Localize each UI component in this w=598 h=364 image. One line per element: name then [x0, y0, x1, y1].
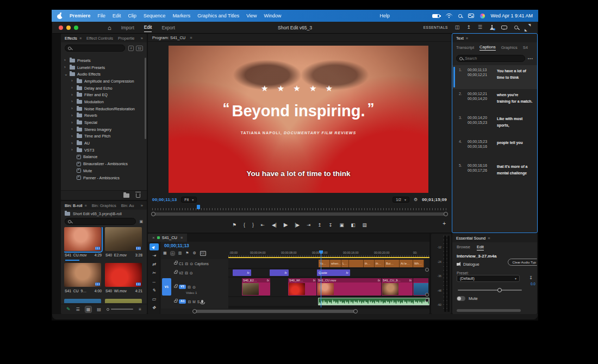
bin-clip[interactable]: S41_CU.mov 4:29 [64, 227, 102, 261]
effects-tree-item[interactable]: Panner - Ambisonics [64, 174, 144, 181]
effects-tree-item[interactable]: Time and Pitch [64, 133, 144, 140]
header-nav-tab[interactable]: Export [161, 23, 175, 32]
graphic-clip[interactable]: fx [233, 269, 251, 276]
tab-bin-broll[interactable]: Bin: B-roll ≡ [65, 203, 87, 208]
toggle-track-output-icon[interactable]: ⊙ [190, 271, 193, 275]
tab-properties[interactable]: Propertie [118, 36, 134, 41]
lock-icon[interactable] [174, 286, 177, 288]
tab-graphics[interactable]: Graphics [501, 45, 518, 50]
tab-overflow-icon[interactable]: » [141, 203, 143, 208]
program-video[interactable]: ★ ★ ★ ★ ★ “Beyond inspiring.” TATIANA NA… [169, 46, 428, 193]
selection-tool[interactable]: ▶ [149, 243, 159, 250]
comparison-view-icon[interactable]: ◧ [351, 223, 355, 228]
caption-row[interactable]: 2. 00;00;12;21 00;00;14;20 when you're t… [452, 89, 537, 113]
spotlight-search-icon[interactable] [458, 14, 462, 18]
photos-app-icon[interactable] [480, 14, 485, 18]
accelerated-effects-filter-icon[interactable]: ⚡ [128, 46, 134, 51]
32bit-effects-filter-icon[interactable]: 32 [136, 46, 143, 51]
caption-clip[interactable]: Wh… [413, 260, 424, 267]
track-resize-handle[interactable] [425, 268, 429, 272]
effects-tree-item[interactable]: Delay and Echo [64, 85, 144, 92]
clip-thumbnail[interactable] [64, 227, 101, 251]
minimize-window-button[interactable] [66, 26, 71, 30]
playback-resolution-select[interactable]: 1/2▾ [393, 197, 409, 203]
tab-transcript[interactable]: Transcript [456, 45, 474, 50]
bin-clip[interactable] [105, 299, 143, 303]
zoom-window-button[interactable] [74, 26, 78, 30]
solo-track-button[interactable]: S [197, 300, 200, 304]
clip-thumbnail[interactable] [105, 263, 142, 287]
bin-clip[interactable] [64, 299, 102, 303]
tab-captions[interactable]: Captions [479, 45, 496, 51]
wrench-icon[interactable]: ⚙ [193, 251, 196, 255]
freeform-view-icon[interactable]: ▤ [97, 307, 101, 312]
feedback-icon[interactable] [501, 26, 507, 29]
chevron-icon[interactable] [71, 99, 74, 104]
effects-tree-item[interactable]: Special [64, 119, 144, 126]
tab-clipped[interactable]: S4 [523, 45, 528, 50]
quick-export-icon[interactable]: ↥ [466, 25, 471, 30]
voice-over-record-icon[interactable] [201, 300, 203, 303]
caption-clip[interactable]: when… [330, 260, 341, 267]
video-clip[interactable]: S40_E2…fx [242, 278, 270, 296]
caption-text[interactable]: people tell you [497, 140, 533, 158]
clip-thumbnail[interactable] [64, 263, 101, 287]
delete-icon[interactable] [136, 193, 140, 198]
panel-menu-icon[interactable]: ≡ [180, 236, 183, 240]
track-resize-handle[interactable] [425, 293, 429, 297]
writable-pencil-icon[interactable]: ✎ [66, 306, 71, 312]
control-center-icon[interactable] [468, 14, 474, 18]
effects-tree-item[interactable]: Modulation [64, 98, 144, 105]
effects-tree-item[interactable]: Presets [64, 57, 144, 64]
caption-track-channel[interactable]: C1 [179, 262, 183, 266]
menu-item[interactable]: Window [264, 13, 282, 18]
extract-icon[interactable]: ↧ [328, 223, 332, 228]
chevron-icon[interactable] [71, 148, 74, 152]
toggle-track-output-icon[interactable]: ⊙ [192, 285, 196, 289]
menubar-clock[interactable]: Wed Apr 1 9:41 AM [491, 13, 533, 18]
play-icon[interactable]: ▶ [284, 222, 288, 228]
effects-tree-item[interactable]: Lumetri Presets [64, 64, 144, 71]
scroll-handle-right[interactable] [353, 309, 358, 313]
go-to-in-icon[interactable]: ⇤ [261, 223, 265, 228]
caption-clip[interactable]: L… [341, 260, 349, 267]
chevron-icon[interactable] [71, 106, 74, 111]
effects-tree-item[interactable]: AU [64, 140, 144, 147]
caption-clip[interactable]: At le… [400, 260, 413, 267]
track-resize-handle[interactable] [425, 298, 429, 302]
track-meter-icon[interactable]: ⊟ [188, 300, 191, 304]
slider-knob[interactable] [107, 308, 109, 311]
lock-icon[interactable] [174, 300, 177, 303]
zoom-level-select[interactable]: Fit▾ [181, 197, 197, 203]
home-icon[interactable]: ⌂ [108, 24, 111, 31]
menu-item[interactable]: Graphics and Titles [197, 13, 239, 18]
v2-lane[interactable]: fx fx Quote fx [228, 269, 429, 277]
save-preset-icon[interactable]: ↧ [529, 275, 533, 280]
effects-tree-item[interactable]: Mute [64, 167, 144, 174]
captions-lane[interactable]: Yo…when…L…th…th…But…At le…Wh… [228, 259, 429, 268]
chevron-icon[interactable] [71, 86, 74, 90]
sequence-tab[interactable]: × S41_CU ≡ [148, 234, 187, 242]
effects-scrollbar[interactable] [145, 58, 146, 139]
tab-bin-graphics[interactable]: Bin: Graphics [92, 203, 116, 208]
text-panel-title[interactable]: Text ≡ [456, 36, 468, 41]
chevron-icon[interactable] [71, 93, 74, 97]
battery-icon[interactable] [432, 14, 440, 18]
program-mini-timeline[interactable] [152, 204, 447, 210]
chevron-icon[interactable] [64, 65, 67, 70]
bin-clip[interactable]: S41_CU_9… 4:00 [64, 263, 102, 297]
lift-icon[interactable]: ↥ [317, 223, 321, 228]
panel-menu-icon[interactable]: ≡ [488, 236, 490, 240]
fullscreen-icon[interactable] [525, 25, 530, 30]
scroll-handle-left[interactable] [151, 212, 155, 216]
apple-menu-icon[interactable] [57, 13, 63, 19]
lock-icon[interactable] [174, 262, 177, 265]
mute-track-button[interactable]: M [192, 300, 195, 304]
scrollbar-thumb[interactable] [194, 310, 357, 313]
effects-tree-item[interactable]: Reverb [64, 112, 144, 120]
graphic-clip[interactable]: Quote fx [317, 269, 350, 276]
tab-overflow-icon[interactable]: » [141, 36, 143, 41]
track-meter-icon[interactable]: ⊟ [185, 262, 188, 266]
tab-bin-audio[interactable]: Bin: Au [121, 203, 134, 208]
timeline-ruler[interactable]: ;00;0000;00;04;0000;00;08;0000;00;12;000… [228, 250, 429, 258]
